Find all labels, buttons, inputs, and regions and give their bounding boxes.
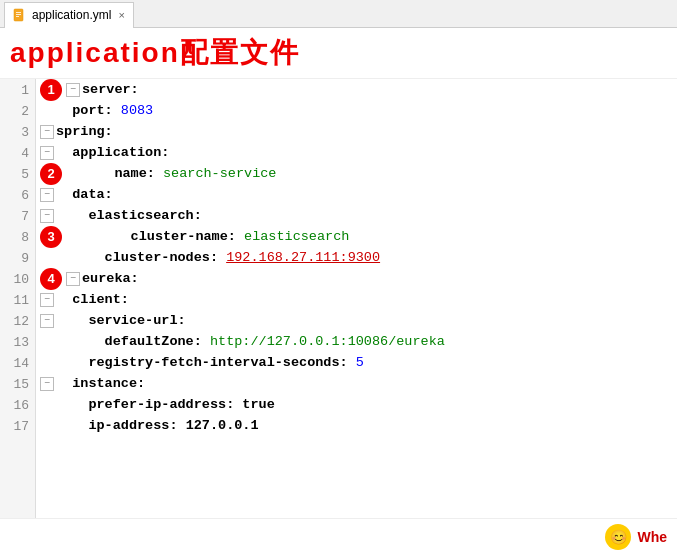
code-token: cluster-name:	[82, 226, 244, 247]
fold-indicator[interactable]: −	[40, 188, 54, 202]
tab-filename: application.yml	[32, 8, 111, 22]
line-number: 12	[0, 310, 35, 331]
code-line: defaultZone: http://127.0.0.1:10086/eure…	[36, 331, 677, 352]
code-line: 3 cluster-name: elasticsearch	[36, 226, 677, 247]
code-token: cluster-nodes:	[56, 247, 226, 268]
annotation-badge: 4	[40, 268, 62, 290]
code-line: registry-fetch-interval-seconds: 5	[36, 352, 677, 373]
fold-indicator[interactable]: −	[40, 377, 54, 391]
code-token: ip-address:	[56, 415, 186, 436]
code-line: cluster-nodes: 192.168.27.111:9300	[36, 247, 677, 268]
code-line: − data:	[36, 184, 677, 205]
fold-placeholder	[40, 335, 54, 349]
line-number: 1	[0, 79, 35, 100]
fold-indicator[interactable]: −	[66, 83, 80, 97]
code-token: service-url:	[56, 310, 186, 331]
fold-indicator[interactable]: −	[40, 209, 54, 223]
code-lines: 1−server: port: 8083−spring:− applicatio…	[36, 79, 677, 518]
code-line: −spring:	[36, 121, 677, 142]
footer: 😊 Whe	[0, 518, 677, 554]
editor-container: application.yml × application配置文件 123456…	[0, 0, 677, 554]
line-number: 13	[0, 331, 35, 352]
code-token: prefer-ip-address:	[56, 394, 242, 415]
code-token: eureka:	[82, 268, 139, 289]
code-token: defaultZone:	[56, 331, 210, 352]
line-numbers: 1234567891011121314151617	[0, 79, 36, 518]
code-token: port:	[56, 100, 121, 121]
fold-placeholder	[40, 419, 54, 433]
line-number: 6	[0, 184, 35, 205]
fold-placeholder	[40, 251, 54, 265]
line-number: 3	[0, 121, 35, 142]
watermark: 😊 Whe	[605, 524, 667, 550]
fold-placeholder	[40, 104, 54, 118]
fold-indicator[interactable]: −	[40, 125, 54, 139]
code-token: 8083	[121, 100, 153, 121]
annotation-badge: 1	[40, 79, 62, 101]
code-line: − elasticsearch:	[36, 205, 677, 226]
fold-indicator[interactable]: −	[66, 272, 80, 286]
line-number: 7	[0, 205, 35, 226]
code-line: − application:	[36, 142, 677, 163]
fold-placeholder	[40, 398, 54, 412]
fold-placeholder	[66, 167, 80, 181]
code-token: data:	[56, 184, 113, 205]
line-number: 11	[0, 289, 35, 310]
tab-close-button[interactable]: ×	[118, 9, 124, 21]
code-token: client:	[56, 289, 129, 310]
code-line: ip-address: 127.0.0.1	[36, 415, 677, 436]
line-number: 9	[0, 247, 35, 268]
code-token: instance:	[56, 373, 145, 394]
code-token: elasticsearch	[244, 226, 349, 247]
code-line: prefer-ip-address: true	[36, 394, 677, 415]
code-token: 192.168.27.111:9300	[226, 247, 380, 268]
code-token: 127.0.0.1	[186, 415, 259, 436]
line-number: 16	[0, 394, 35, 415]
code-token: search-service	[163, 163, 276, 184]
code-line: − client:	[36, 289, 677, 310]
fold-indicator[interactable]: −	[40, 314, 54, 328]
line-number: 15	[0, 373, 35, 394]
svg-rect-3	[16, 16, 19, 17]
page-title: application配置文件	[10, 34, 300, 72]
code-token: application:	[56, 142, 169, 163]
line-number: 5	[0, 163, 35, 184]
fold-indicator[interactable]: −	[40, 146, 54, 160]
annotation-badge: 2	[40, 163, 62, 185]
code-area: 1234567891011121314151617 1−server: port…	[0, 79, 677, 518]
tab-bar: application.yml ×	[0, 0, 677, 28]
code-token: elasticsearch:	[56, 205, 202, 226]
fold-placeholder	[66, 230, 80, 244]
code-line: 1−server:	[36, 79, 677, 100]
code-token: spring:	[56, 121, 113, 142]
code-token: true	[242, 394, 274, 415]
file-tab[interactable]: application.yml ×	[4, 2, 134, 28]
line-number: 10	[0, 268, 35, 289]
watermark-text: Whe	[637, 529, 667, 545]
svg-rect-1	[16, 12, 21, 13]
fold-placeholder	[40, 356, 54, 370]
code-line: − service-url:	[36, 310, 677, 331]
line-number: 17	[0, 415, 35, 436]
code-token: registry-fetch-interval-seconds:	[56, 352, 356, 373]
line-number: 4	[0, 142, 35, 163]
svg-rect-2	[16, 14, 21, 15]
code-line: 2 name: search-service	[36, 163, 677, 184]
code-token: name:	[82, 163, 163, 184]
avatar: 😊	[605, 524, 631, 550]
yaml-file-icon	[13, 8, 27, 22]
code-line: − instance:	[36, 373, 677, 394]
line-number: 8	[0, 226, 35, 247]
fold-indicator[interactable]: −	[40, 293, 54, 307]
annotation-badge: 3	[40, 226, 62, 248]
avatar-emoji: 😊	[610, 529, 627, 545]
code-token: http://127.0.0.1:10086/eureka	[210, 331, 445, 352]
code-token: 5	[356, 352, 364, 373]
code-token: server:	[82, 79, 139, 100]
code-line: port: 8083	[36, 100, 677, 121]
code-line: 4−eureka:	[36, 268, 677, 289]
line-number: 14	[0, 352, 35, 373]
title-area: application配置文件	[0, 28, 677, 79]
line-number: 2	[0, 100, 35, 121]
